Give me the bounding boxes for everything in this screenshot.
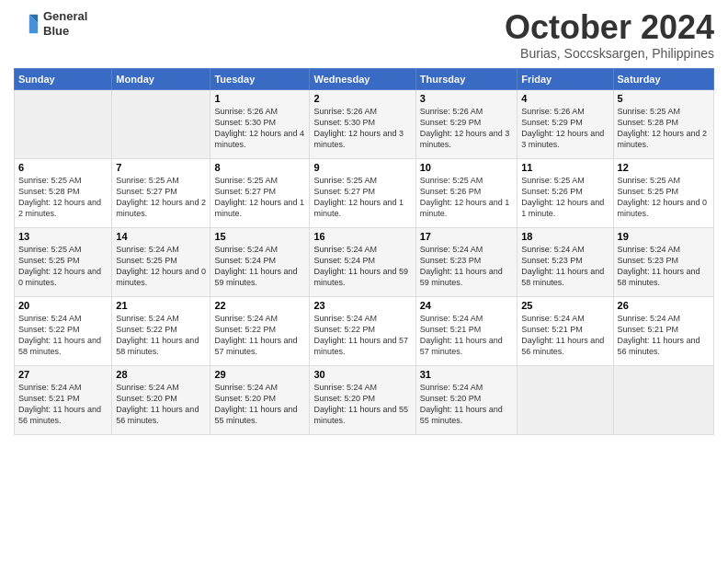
day-number: 1 <box>214 93 305 104</box>
logo: General Blue <box>14 9 87 38</box>
day-number: 24 <box>420 300 513 311</box>
calendar-cell: 21Sunrise: 5:24 AMSunset: 5:22 PMDayligh… <box>112 296 210 365</box>
week-row-3: 13Sunrise: 5:25 AMSunset: 5:25 PMDayligh… <box>15 227 714 296</box>
day-number: 16 <box>313 231 411 242</box>
calendar-cell: 30Sunrise: 5:24 AMSunset: 5:20 PMDayligh… <box>310 365 415 434</box>
column-header-saturday: Saturday <box>613 68 713 89</box>
calendar-cell: 16Sunrise: 5:24 AMSunset: 5:24 PMDayligh… <box>310 227 415 296</box>
calendar-cell: 5Sunrise: 5:25 AMSunset: 5:28 PMDaylight… <box>613 89 713 158</box>
week-row-2: 6Sunrise: 5:25 AMSunset: 5:28 PMDaylight… <box>15 158 714 227</box>
logo-text: General Blue <box>43 9 87 38</box>
calendar-cell: 4Sunrise: 5:26 AMSunset: 5:29 PMDaylight… <box>518 89 613 158</box>
calendar-cell: 2Sunrise: 5:26 AMSunset: 5:30 PMDaylight… <box>310 89 415 158</box>
day-number: 12 <box>618 162 710 173</box>
calendar-cell: 10Sunrise: 5:25 AMSunset: 5:26 PMDayligh… <box>415 158 517 227</box>
calendar-cell: 12Sunrise: 5:25 AMSunset: 5:25 PMDayligh… <box>613 158 713 227</box>
calendar-cell: 24Sunrise: 5:24 AMSunset: 5:21 PMDayligh… <box>415 296 517 365</box>
day-info: Sunrise: 5:25 AMSunset: 5:27 PMDaylight:… <box>116 175 206 220</box>
day-info: Sunrise: 5:24 AMSunset: 5:23 PMDaylight:… <box>618 244 710 289</box>
calendar-cell <box>518 365 613 434</box>
calendar-cell: 9Sunrise: 5:25 AMSunset: 5:27 PMDaylight… <box>310 158 415 227</box>
day-number: 14 <box>116 231 206 242</box>
day-number: 23 <box>313 300 411 311</box>
calendar-cell: 17Sunrise: 5:24 AMSunset: 5:23 PMDayligh… <box>415 227 517 296</box>
title-area: October 2024 Burias, Soccsksargen, Phili… <box>505 9 714 61</box>
day-info: Sunrise: 5:24 AMSunset: 5:22 PMDaylight:… <box>18 313 108 358</box>
day-info: Sunrise: 5:24 AMSunset: 5:21 PMDaylight:… <box>521 313 609 358</box>
day-number: 19 <box>618 231 710 242</box>
day-info: Sunrise: 5:24 AMSunset: 5:23 PMDaylight:… <box>420 244 513 289</box>
day-info: Sunrise: 5:24 AMSunset: 5:24 PMDaylight:… <box>313 244 411 289</box>
day-info: Sunrise: 5:25 AMSunset: 5:25 PMDaylight:… <box>618 175 710 220</box>
day-info: Sunrise: 5:24 AMSunset: 5:20 PMDaylight:… <box>420 382 513 427</box>
column-header-tuesday: Tuesday <box>210 68 310 89</box>
day-number: 20 <box>18 300 108 311</box>
calendar-cell: 11Sunrise: 5:25 AMSunset: 5:26 PMDayligh… <box>518 158 613 227</box>
day-number: 27 <box>18 369 108 380</box>
week-row-5: 27Sunrise: 5:24 AMSunset: 5:21 PMDayligh… <box>15 365 714 434</box>
calendar-cell <box>613 365 713 434</box>
day-number: 4 <box>521 93 609 104</box>
day-number: 22 <box>214 300 305 311</box>
calendar-cell: 18Sunrise: 5:24 AMSunset: 5:23 PMDayligh… <box>518 227 613 296</box>
column-header-monday: Monday <box>112 68 210 89</box>
day-number: 8 <box>214 162 305 173</box>
day-info: Sunrise: 5:24 AMSunset: 5:22 PMDaylight:… <box>313 313 411 358</box>
day-info: Sunrise: 5:24 AMSunset: 5:21 PMDaylight:… <box>420 313 513 358</box>
day-number: 2 <box>313 93 411 104</box>
logo-line1: General <box>43 9 87 24</box>
calendar-cell: 20Sunrise: 5:24 AMSunset: 5:22 PMDayligh… <box>15 296 112 365</box>
day-number: 21 <box>116 300 206 311</box>
day-info: Sunrise: 5:25 AMSunset: 5:27 PMDaylight:… <box>214 175 305 220</box>
day-info: Sunrise: 5:25 AMSunset: 5:27 PMDaylight:… <box>313 175 411 220</box>
day-info: Sunrise: 5:24 AMSunset: 5:24 PMDaylight:… <box>214 244 305 289</box>
calendar-cell: 27Sunrise: 5:24 AMSunset: 5:21 PMDayligh… <box>15 365 112 434</box>
day-info: Sunrise: 5:25 AMSunset: 5:26 PMDaylight:… <box>420 175 513 220</box>
day-number: 30 <box>313 369 411 380</box>
calendar-cell: 7Sunrise: 5:25 AMSunset: 5:27 PMDaylight… <box>112 158 210 227</box>
day-number: 15 <box>214 231 305 242</box>
column-header-friday: Friday <box>518 68 613 89</box>
day-info: Sunrise: 5:24 AMSunset: 5:22 PMDaylight:… <box>214 313 305 358</box>
calendar-cell: 31Sunrise: 5:24 AMSunset: 5:20 PMDayligh… <box>415 365 517 434</box>
calendar-cell: 14Sunrise: 5:24 AMSunset: 5:25 PMDayligh… <box>112 227 210 296</box>
header-row: SundayMondayTuesdayWednesdayThursdayFrid… <box>15 68 714 89</box>
calendar-cell: 3Sunrise: 5:26 AMSunset: 5:29 PMDaylight… <box>415 89 517 158</box>
day-number: 28 <box>116 369 206 380</box>
logo-line2: Blue <box>43 24 87 39</box>
calendar-cell: 19Sunrise: 5:24 AMSunset: 5:23 PMDayligh… <box>613 227 713 296</box>
day-number: 31 <box>420 369 513 380</box>
calendar-cell: 15Sunrise: 5:24 AMSunset: 5:24 PMDayligh… <box>210 227 310 296</box>
logo-icon <box>14 11 40 37</box>
calendar-cell <box>112 89 210 158</box>
week-row-1: 1Sunrise: 5:26 AMSunset: 5:30 PMDaylight… <box>15 89 714 158</box>
day-info: Sunrise: 5:24 AMSunset: 5:20 PMDaylight:… <box>214 382 305 427</box>
day-info: Sunrise: 5:26 AMSunset: 5:30 PMDaylight:… <box>313 106 411 151</box>
day-info: Sunrise: 5:25 AMSunset: 5:25 PMDaylight:… <box>18 244 108 289</box>
day-info: Sunrise: 5:24 AMSunset: 5:21 PMDaylight:… <box>618 313 710 358</box>
day-info: Sunrise: 5:25 AMSunset: 5:28 PMDaylight:… <box>618 106 710 151</box>
day-info: Sunrise: 5:26 AMSunset: 5:30 PMDaylight:… <box>214 106 305 151</box>
column-header-wednesday: Wednesday <box>310 68 415 89</box>
day-number: 25 <box>521 300 609 311</box>
day-info: Sunrise: 5:25 AMSunset: 5:26 PMDaylight:… <box>521 175 609 220</box>
day-number: 29 <box>214 369 305 380</box>
day-number: 6 <box>18 162 108 173</box>
location-subtitle: Burias, Soccsksargen, Philippines <box>505 46 714 61</box>
column-header-sunday: Sunday <box>15 68 112 89</box>
day-number: 26 <box>618 300 710 311</box>
calendar-cell <box>15 89 112 158</box>
day-number: 9 <box>313 162 411 173</box>
day-info: Sunrise: 5:25 AMSunset: 5:28 PMDaylight:… <box>18 175 108 220</box>
month-title: October 2024 <box>505 9 714 46</box>
calendar-cell: 25Sunrise: 5:24 AMSunset: 5:21 PMDayligh… <box>518 296 613 365</box>
calendar-cell: 23Sunrise: 5:24 AMSunset: 5:22 PMDayligh… <box>310 296 415 365</box>
day-number: 18 <box>521 231 609 242</box>
day-number: 17 <box>420 231 513 242</box>
calendar-cell: 8Sunrise: 5:25 AMSunset: 5:27 PMDaylight… <box>210 158 310 227</box>
calendar-cell: 1Sunrise: 5:26 AMSunset: 5:30 PMDaylight… <box>210 89 310 158</box>
calendar-cell: 28Sunrise: 5:24 AMSunset: 5:20 PMDayligh… <box>112 365 210 434</box>
day-info: Sunrise: 5:24 AMSunset: 5:22 PMDaylight:… <box>116 313 206 358</box>
day-info: Sunrise: 5:26 AMSunset: 5:29 PMDaylight:… <box>420 106 513 151</box>
day-number: 10 <box>420 162 513 173</box>
